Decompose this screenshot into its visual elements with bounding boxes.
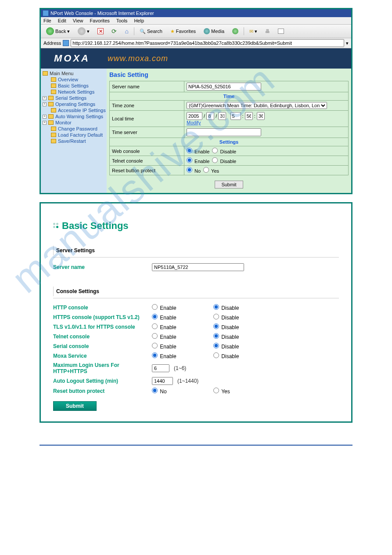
- disable-radio-telnet-console[interactable]: Disable: [213, 333, 239, 340]
- screenshot-block-2: Basic Settings Server Settings Server na…: [40, 202, 352, 423]
- sidebar-item-serial-settings[interactable]: +Serial Settings: [42, 95, 106, 101]
- mail-button[interactable]: ✉▾: [247, 27, 260, 36]
- resetbutton-yes[interactable]: Yes: [203, 168, 219, 174]
- menu-view[interactable]: View: [73, 18, 83, 23]
- address-input[interactable]: [71, 39, 344, 47]
- folder-icon: [51, 133, 56, 137]
- sidebar-item-network-settings[interactable]: Network Settings: [42, 89, 106, 95]
- tree-root[interactable]: Main Menu: [42, 70, 106, 76]
- sidebar-item-label: Overview: [58, 77, 78, 82]
- telnetconsole-disable[interactable]: Disable: [212, 159, 236, 164]
- edit-button[interactable]: [275, 27, 287, 35]
- sidebar-item-overview[interactable]: Overview: [42, 76, 106, 83]
- title-bullet-icon: [53, 223, 59, 229]
- sidebar-item-load-factory-default[interactable]: Load Factory Default: [42, 132, 106, 138]
- sidebar-item-basic-settings[interactable]: Basic Settings: [42, 83, 106, 89]
- folder-icon: [48, 114, 54, 119]
- media-icon: [204, 28, 210, 34]
- menu-tools[interactable]: Tools: [116, 18, 128, 23]
- expand-icon[interactable]: +: [43, 102, 47, 106]
- console-label-http-console: HTTP console: [53, 305, 152, 311]
- address-dropdown-icon[interactable]: ▾: [346, 40, 349, 46]
- menu-file[interactable]: File: [43, 18, 51, 23]
- search-icon: 🔍: [140, 29, 146, 34]
- console-label-tls-v1-0-v1-1-for-https-console: TLS v1.0/v1.1 for HTTPS console: [53, 324, 152, 330]
- webconsole-disable[interactable]: Disable: [212, 149, 236, 154]
- sidebar-item-label: Accessible IP Settings: [58, 108, 106, 113]
- console-label-https-console-support-tls-v1-2-: HTTPS console (support TLS v1.2): [53, 314, 152, 320]
- autologout-input[interactable]: [152, 377, 173, 385]
- modify-link[interactable]: Modify: [187, 120, 201, 125]
- console-row-tls-v1-0-v1-1-for-https-console: TLS v1.0/v1.1 for HTTPS console Enable D…: [53, 322, 339, 332]
- resetbutton-no-2[interactable]: No: [152, 388, 167, 395]
- print-button[interactable]: 🖶: [263, 27, 273, 35]
- expand-icon[interactable]: +: [43, 121, 47, 125]
- year-input[interactable]: [187, 112, 202, 120]
- search-button[interactable]: 🔍Search: [137, 27, 165, 36]
- sidebar-item-operating-settings[interactable]: +Operating Settings: [42, 101, 106, 107]
- enable-radio-http-console[interactable]: Enable: [152, 304, 176, 311]
- autologout-hint: (1~1440): [177, 378, 198, 384]
- folder-icon: [48, 96, 54, 100]
- sidebar-item-monitor[interactable]: +Monitor: [42, 120, 106, 126]
- timezone-label: Time zone: [110, 101, 184, 111]
- server-name-input-2[interactable]: [152, 263, 244, 271]
- history-icon: [232, 28, 238, 34]
- enable-radio-serial-console[interactable]: Enable: [152, 343, 176, 350]
- enable-radio-telnet-console[interactable]: Enable: [152, 333, 176, 340]
- menu-favorites[interactable]: Favorites: [90, 18, 110, 23]
- stop-button[interactable]: ✕: [95, 27, 106, 36]
- month-input[interactable]: [206, 112, 214, 120]
- timeserver-input[interactable]: [187, 128, 261, 136]
- webconsole-enable[interactable]: Enable: [187, 149, 209, 154]
- refresh-button[interactable]: ⟳: [109, 26, 119, 36]
- maxlogin-input[interactable]: [152, 364, 169, 372]
- content-pane: Basic Setting Server name Time Time zone…: [107, 69, 351, 193]
- server-name-input[interactable]: [187, 83, 261, 91]
- resetbutton-no[interactable]: No: [187, 168, 201, 174]
- moxa-url: www.moxa.com: [108, 54, 168, 63]
- expand-icon[interactable]: +: [43, 96, 47, 100]
- disable-radio-https-console-support-tls-v1-2-[interactable]: Disable: [213, 314, 239, 321]
- menu-bar[interactable]: File Edit View Favorites Tools Help: [41, 17, 351, 25]
- enable-radio-tls-v1-0-v1-1-for-https-console[interactable]: Enable: [152, 323, 176, 330]
- home-button[interactable]: ⌂: [122, 26, 131, 36]
- submit-button-2[interactable]: Submit: [53, 401, 97, 411]
- submit-button[interactable]: Submit: [215, 181, 243, 189]
- timezone-select[interactable]: (GMT)Greenwich Mean Time: Dublin, Edinbu…: [187, 102, 327, 109]
- media-button[interactable]: Media: [201, 27, 227, 36]
- sidebar-item-label: Basic Settings: [58, 83, 89, 88]
- forward-icon: [78, 27, 86, 35]
- sidebar-item-auto-warning-settings[interactable]: +Auto Warning Settings: [42, 113, 106, 120]
- disable-radio-moxa-service[interactable]: Disable: [213, 352, 239, 359]
- min-input[interactable]: [245, 112, 253, 120]
- sidebar-item-change-password[interactable]: Change Password: [42, 126, 106, 132]
- folder-icon: [51, 139, 56, 143]
- sidebar-item-save-restart[interactable]: Save/Restart: [42, 138, 106, 144]
- disable-radio-serial-console[interactable]: Disable: [213, 343, 239, 350]
- settings-section-header: Settings: [110, 138, 349, 146]
- disable-radio-tls-v1-0-v1-1-for-https-console[interactable]: Disable: [213, 323, 239, 330]
- folder-icon: [51, 83, 56, 88]
- expand-icon[interactable]: +: [43, 115, 47, 119]
- refresh-icon: ⟳: [111, 28, 117, 35]
- console-row-https-console-support-tls-v1-2-: HTTPS console (support TLS v1.2) Enable …: [53, 312, 339, 322]
- telnetconsole-enable[interactable]: Enable: [187, 159, 209, 164]
- resetbutton-yes-2[interactable]: Yes: [213, 388, 230, 395]
- hour-input[interactable]: [230, 112, 241, 120]
- history-button[interactable]: [230, 27, 241, 36]
- forward-button[interactable]: ▾: [75, 26, 92, 36]
- edit-icon: [278, 29, 284, 34]
- sidebar-item-label: Save/Restart: [58, 138, 86, 144]
- disable-radio-http-console[interactable]: Disable: [213, 304, 239, 311]
- sec-input[interactable]: [257, 112, 265, 120]
- enable-radio-https-console-support-tls-v1-2-[interactable]: Enable: [152, 314, 176, 321]
- enable-radio-moxa-service[interactable]: Enable: [152, 352, 176, 359]
- favorites-button[interactable]: ★Favorites: [168, 27, 198, 36]
- back-button[interactable]: Back ▾: [43, 26, 72, 36]
- menu-help[interactable]: Help: [134, 18, 144, 23]
- menu-edit[interactable]: Edit: [58, 18, 66, 23]
- day-input[interactable]: [218, 112, 226, 120]
- resetbutton-label-2: Reset button protect: [53, 388, 152, 394]
- sidebar-item-accessible-ip-settings[interactable]: Accessible IP Settings: [42, 107, 106, 113]
